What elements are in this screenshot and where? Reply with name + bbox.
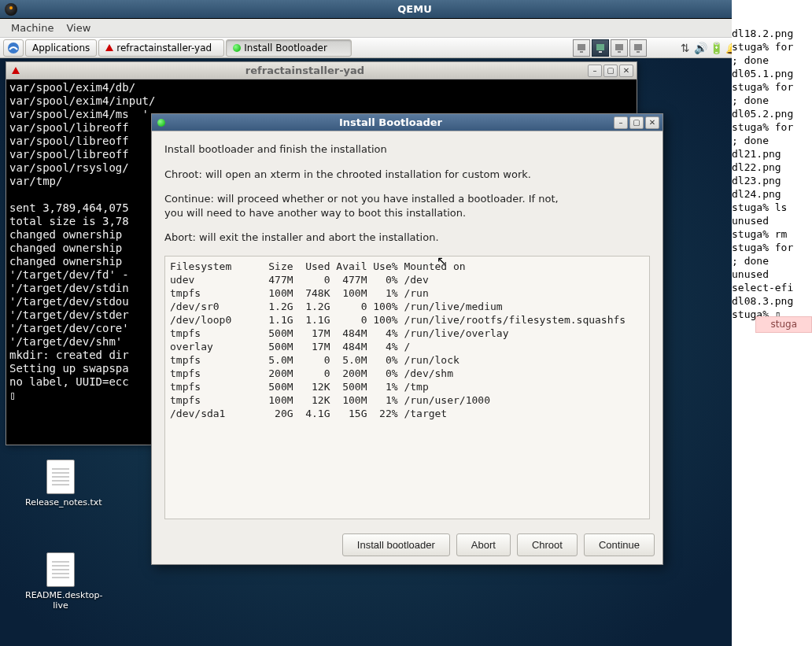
dialog-button-bar: Install bootloader Abort Chroot Continue <box>152 527 663 564</box>
applications-menu[interactable]: Applications <box>25 39 97 57</box>
close-button[interactable]: ✕ <box>619 65 633 77</box>
monitor-icon <box>615 43 624 53</box>
applications-label: Applications <box>32 42 90 54</box>
minimize-button[interactable]: – <box>614 116 628 129</box>
host-terminal-output: dl18.2.png stuga% for ; done dl05.1.png … <box>732 27 812 321</box>
monitor-icon <box>633 43 643 53</box>
monitor-active-icon <box>596 43 605 53</box>
continue-button[interactable]: Continue <box>584 533 655 556</box>
triangle-icon <box>105 44 113 51</box>
svg-rect-6 <box>618 51 621 53</box>
dialog-logo-icon <box>155 116 168 129</box>
abort-button[interactable]: Abort <box>456 533 511 556</box>
dialog-body: Install bootloader and finish the instal… <box>152 131 663 527</box>
battery-icon[interactable]: 🔋 <box>710 42 724 54</box>
task-label: Install Bootloader <box>244 42 327 54</box>
volume-icon[interactable]: 🔊 <box>694 42 708 54</box>
menu-machine[interactable]: Machine <box>11 22 54 34</box>
desktop-icon-release-notes[interactable]: Release_notes.txt <box>25 460 96 508</box>
desktop-icon-label: README.desktop-live <box>25 590 96 611</box>
dialog-text: Continue: will proceed whether or not yo… <box>164 192 650 220</box>
terminal-titlebar[interactable]: refractainstaller-yad – ▢ ✕ <box>6 62 637 79</box>
qemu-menubar: Machine View <box>0 19 812 38</box>
maximize-button[interactable]: ▢ <box>629 116 644 129</box>
qemu-title: QEMU <box>22 3 807 15</box>
dialog-text: Abort: will exit the installer and abort… <box>164 231 650 245</box>
qemu-window: QEMU Machine View Applications refractai… <box>0 0 812 646</box>
task-refractainstaller[interactable]: refractainstaller-yad <box>98 39 224 57</box>
svg-rect-1 <box>578 44 585 50</box>
task-install-bootloader[interactable]: Install Bootloader <box>226 39 352 57</box>
terminal-title: refractainstaller-yad <box>27 65 583 76</box>
monitor-icon <box>577 43 586 53</box>
install-bootloader-button[interactable]: Install bootloader <box>342 533 450 556</box>
qemu-titlebar[interactable]: QEMU <box>0 0 812 19</box>
tray-launcher-1[interactable] <box>573 39 590 57</box>
network-icon[interactable]: ⇅ <box>678 42 692 54</box>
menu-view[interactable]: View <box>66 22 90 34</box>
desktop-icon-label: Release_notes.txt <box>25 497 96 508</box>
refracta-logo-icon <box>9 65 22 77</box>
svg-rect-4 <box>599 51 602 53</box>
svg-rect-3 <box>596 44 604 50</box>
tray-launcher-3[interactable] <box>611 39 628 57</box>
svg-rect-2 <box>580 51 583 53</box>
tray-launcher-4[interactable] <box>629 39 647 57</box>
text-file-icon <box>46 460 75 494</box>
green-dot-icon <box>233 44 241 52</box>
host-terminal-tab[interactable]: stuga <box>755 316 812 333</box>
window-controls: – ▢ ✕ <box>588 65 633 77</box>
svg-rect-7 <box>634 44 642 50</box>
dialog-titlebar[interactable]: Install Bootloader – ▢ ✕ <box>152 114 663 131</box>
window-controls: – ▢ ✕ <box>614 116 659 129</box>
chroot-button[interactable]: Chroot <box>517 533 578 556</box>
maximize-button[interactable]: ▢ <box>603 65 618 77</box>
vm-panel: Applications refractainstaller-yad Insta… <box>0 38 812 58</box>
task-label: refractainstaller-yad <box>116 42 212 54</box>
dialog-text: Chroot: will open an xterm in the chroot… <box>164 168 650 182</box>
install-bootloader-dialog[interactable]: Install Bootloader – ▢ ✕ Install bootloa… <box>151 113 663 565</box>
dialog-text: Install bootloader and finish the instal… <box>164 142 650 157</box>
dialog-title: Install Bootloader <box>172 116 609 128</box>
close-button[interactable]: ✕ <box>645 116 659 129</box>
blue-circle-icon <box>7 42 20 54</box>
svg-rect-5 <box>615 44 623 50</box>
tray-launcher-2[interactable] <box>592 39 609 57</box>
qemu-icon <box>5 3 17 16</box>
host-terminal[interactable]: dl18.2.png stuga% for ; done dl05.1.png … <box>732 0 812 646</box>
filesystem-listing[interactable]: Filesystem Size Used Avail Use% Mounted … <box>164 256 650 519</box>
panel-launcher-icon[interactable] <box>3 39 24 57</box>
desktop-icon-readme[interactable]: README.desktop-live <box>25 552 96 611</box>
svg-rect-8 <box>637 51 640 53</box>
text-file-icon <box>46 552 75 587</box>
minimize-button[interactable]: – <box>588 65 602 77</box>
